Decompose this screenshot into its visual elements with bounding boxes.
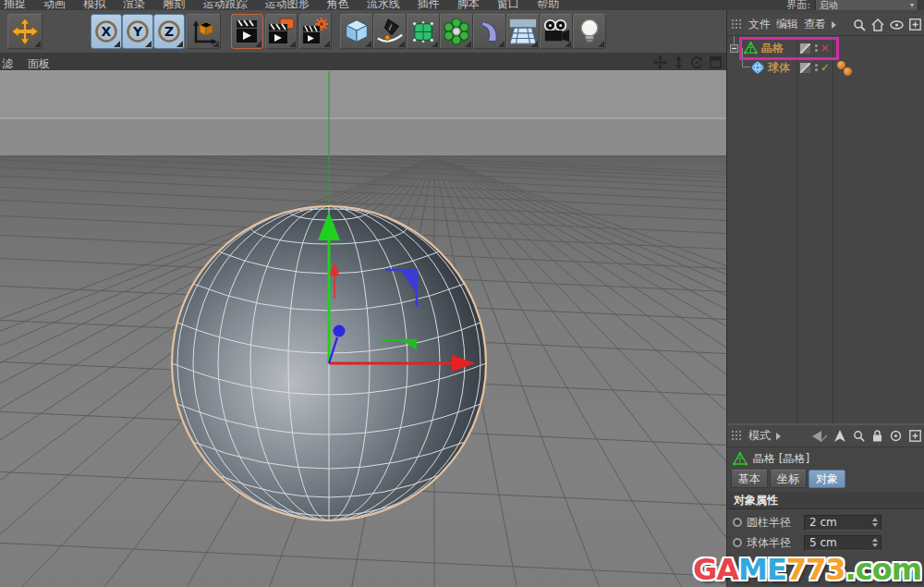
svg-text:X: X bbox=[102, 24, 112, 39]
menu-item[interactable]: 捕捉 bbox=[4, 0, 26, 10]
menu-item[interactable]: 插件 bbox=[418, 0, 440, 10]
enable-toggle-on-icon[interactable]: ✓ bbox=[821, 61, 830, 74]
object-manager-tree[interactable]: 晶格 ✕ 球体 ✓ bbox=[727, 36, 924, 423]
layer-toggle-icon[interactable] bbox=[800, 63, 810, 73]
main-menu-items: 捕捉 动画 模拟 渲染 雕刻 运动跟踪 运动图形 角色 流水线 插件 脚本 窗口… bbox=[4, 0, 572, 10]
add-mograph-button[interactable] bbox=[440, 14, 473, 49]
lock-icon[interactable] bbox=[872, 430, 882, 442]
attribute-object-title: 晶格 [晶格] bbox=[727, 448, 924, 469]
chevron-down-icon: ▾ bbox=[910, 1, 914, 9]
add-panel-icon[interactable] bbox=[909, 430, 921, 442]
menu-item[interactable]: 雕刻 bbox=[163, 0, 185, 10]
viewport-3d[interactable] bbox=[0, 71, 726, 587]
cylinder-radius-input[interactable]: 2 cm bbox=[804, 515, 881, 531]
add-camera-button[interactable] bbox=[540, 14, 573, 49]
stepper-arrows-icon[interactable] bbox=[872, 515, 878, 530]
panel-grip-icon[interactable] bbox=[731, 430, 743, 442]
keyframe-circle-icon[interactable] bbox=[733, 518, 742, 527]
render-view-icon bbox=[235, 18, 261, 45]
mograph-flower-icon bbox=[443, 18, 470, 45]
search-icon[interactable] bbox=[853, 430, 865, 442]
cursor-arrow-icon[interactable] bbox=[834, 430, 845, 442]
menu-item[interactable]: 模拟 bbox=[83, 0, 105, 10]
property-row-sphere-radius: 球体半径 5 cm bbox=[727, 533, 924, 552]
om-menu-edit[interactable]: 编辑 bbox=[776, 17, 798, 32]
add-primitive-cube-button[interactable] bbox=[340, 14, 373, 49]
visibility-dots-icon[interactable] bbox=[815, 64, 818, 71]
lattice-object-icon bbox=[733, 452, 748, 466]
sky-upper bbox=[0, 71, 726, 119]
search-icon[interactable] bbox=[853, 18, 866, 31]
om-menu-view[interactable]: 查看 bbox=[804, 17, 826, 32]
lock-z-axis-button[interactable]: Z bbox=[153, 14, 185, 49]
right-panel: 文件 编辑 查看 bbox=[726, 10, 924, 587]
render-view-button[interactable] bbox=[231, 14, 263, 49]
property-row-cylinder-radius: 圆柱半径 2 cm bbox=[727, 513, 924, 532]
phong-tag-icon[interactable] bbox=[844, 67, 852, 76]
object-name-sphere[interactable]: 球体 bbox=[768, 60, 790, 76]
viewport-menu-panel[interactable]: 面板 bbox=[28, 56, 50, 72]
object-manager-header: 文件 编辑 查看 bbox=[727, 14, 924, 36]
stepper-arrows-icon[interactable] bbox=[872, 535, 878, 550]
add-panel-icon[interactable] bbox=[909, 18, 921, 31]
viewport-menu-filter[interactable]: 滤 bbox=[2, 56, 13, 72]
home-icon[interactable] bbox=[871, 18, 884, 31]
viewport-canvas[interactable] bbox=[0, 71, 726, 587]
add-deformer-button[interactable] bbox=[473, 14, 506, 49]
menu-item[interactable]: 帮助 bbox=[537, 0, 559, 10]
history-back-icon[interactable] bbox=[812, 431, 827, 442]
viewport-pan-icon[interactable] bbox=[653, 55, 667, 69]
om-menu-file[interactable]: 文件 bbox=[748, 17, 771, 32]
property-label: 球体半径 bbox=[747, 535, 804, 551]
menu-item[interactable]: 运动跟踪 bbox=[202, 0, 247, 10]
add-light-button[interactable] bbox=[573, 14, 606, 49]
selected-object-title: 晶格 [晶格] bbox=[753, 451, 809, 467]
am-menu-mode[interactable]: 模式 bbox=[748, 428, 771, 444]
target-icon[interactable] bbox=[890, 430, 902, 442]
menu-overflow-arrow-icon[interactable] bbox=[832, 21, 836, 29]
sky-lower bbox=[0, 119, 726, 156]
eye-icon[interactable] bbox=[890, 19, 904, 31]
gizmo-z-handle[interactable] bbox=[334, 325, 346, 337]
coordinate-system-button[interactable] bbox=[186, 14, 221, 49]
main-menu-bar: 捕捉 动画 模拟 渲染 雕刻 运动跟踪 运动图形 角色 流水线 插件 脚本 窗口… bbox=[0, 0, 924, 10]
deformer-icon bbox=[477, 18, 503, 44]
panel-grip-icon[interactable] bbox=[731, 18, 743, 31]
floor-icon bbox=[508, 18, 538, 45]
render-picture-viewer-button[interactable] bbox=[265, 14, 298, 49]
tab-coordinates[interactable]: 坐标 bbox=[770, 470, 807, 488]
menu-item[interactable]: 脚本 bbox=[457, 0, 480, 10]
keyframe-circle-icon[interactable] bbox=[733, 538, 742, 547]
attribute-tabs: 基本 坐标 对象 bbox=[731, 470, 845, 488]
menu-item[interactable]: 角色 bbox=[327, 0, 349, 10]
viewport-zoom-icon[interactable] bbox=[672, 55, 686, 69]
tab-basic[interactable]: 基本 bbox=[731, 470, 768, 488]
submenu-arrow-icon[interactable] bbox=[776, 433, 781, 440]
camera-icon bbox=[541, 18, 571, 45]
render-picture-icon bbox=[268, 18, 296, 45]
watermark-segment: 773 bbox=[786, 552, 845, 587]
viewport-rotate-icon[interactable] bbox=[690, 55, 704, 69]
menu-item[interactable]: 运动图形 bbox=[265, 0, 310, 10]
pen-icon bbox=[376, 18, 404, 45]
move-tool-button[interactable] bbox=[7, 14, 43, 49]
object-properties-section-header[interactable]: 对象属性 bbox=[727, 492, 924, 509]
menu-item[interactable]: 渲染 bbox=[123, 0, 145, 10]
add-subdivision-surface-button[interactable] bbox=[407, 14, 440, 49]
menu-item[interactable]: 流水线 bbox=[367, 0, 400, 10]
object-row-sphere[interactable]: 球体 ✓ bbox=[727, 58, 924, 77]
lock-x-axis-button[interactable]: X bbox=[91, 14, 122, 49]
menu-item[interactable]: 动画 bbox=[43, 0, 66, 10]
sphere-radius-input[interactable]: 5 cm bbox=[804, 535, 881, 551]
add-environment-floor-button[interactable] bbox=[506, 14, 540, 49]
add-spline-pen-button[interactable] bbox=[373, 14, 407, 49]
interface-layout-dropdown[interactable]: 启动 ▾ bbox=[815, 0, 918, 10]
lock-y-axis-button[interactable]: Y bbox=[122, 14, 153, 49]
tab-object[interactable]: 对象 bbox=[808, 470, 845, 488]
svg-text:Y: Y bbox=[132, 24, 143, 39]
viewport-toggle-layout-icon[interactable] bbox=[709, 55, 723, 69]
tree-collapse-icon[interactable] bbox=[730, 44, 738, 53]
render-settings-button[interactable] bbox=[299, 14, 332, 49]
menu-item[interactable]: 窗口 bbox=[497, 0, 519, 10]
interface-label: 界面: bbox=[786, 0, 810, 10]
